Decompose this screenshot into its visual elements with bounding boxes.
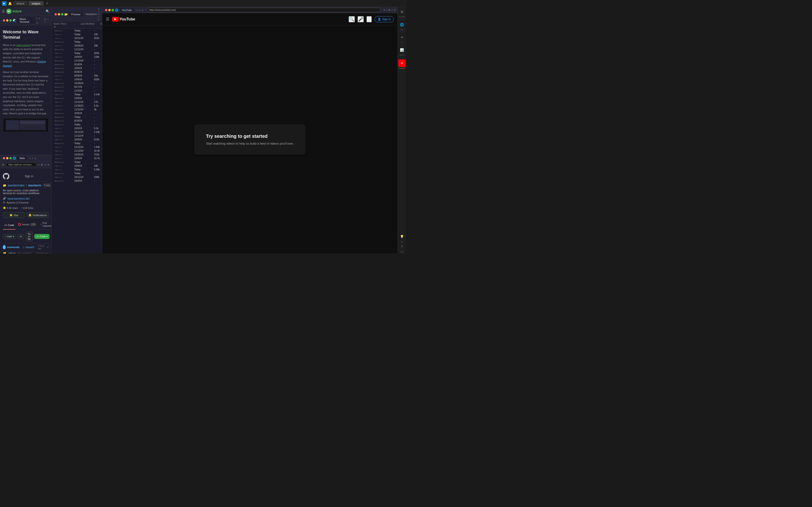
wave-home-button[interactable]: ⌂ <box>36 20 39 25</box>
file-row[interactable]: 📁frontend drwxr-xr-x Today - directory <box>52 142 102 145</box>
file-row[interactable]: 📁dist drwxr-xr-x Today - directory <box>52 115 102 119</box>
tab-default[interactable]: default <box>13 1 27 6</box>
yt-forward-button[interactable]: › <box>139 8 141 12</box>
file-row[interactable]: 📄.DS_Store -rw-r--r-- Today 10k <box>52 33 102 36</box>
github-website-link[interactable]: www.waveterm.dev <box>7 197 30 200</box>
yt-more-button[interactable]: ⋮ <box>366 16 372 22</box>
yt-mic-button[interactable]: 🎤 <box>358 16 364 22</box>
file-max-button[interactable] <box>61 13 63 15</box>
yt-url-bar[interactable]: https://www.youtube.com/ <box>147 8 380 12</box>
file-row[interactable]: 📄.editorconfig -rw-r--r-- 10/11/24 201b <box>52 36 102 40</box>
file-row[interactable]: 📁db drwxr-xr-x 10/9/24 - directory <box>52 111 102 115</box>
github-tab-prs[interactable]: ⑂ Pull requests 5 <box>39 221 51 228</box>
wave-forward-button[interactable]: › <box>39 16 40 20</box>
yt-hamburger-icon[interactable]: ☰ <box>106 17 109 21</box>
wave-getting-started-link[interactable]: Getting Started <box>3 60 46 67</box>
file-row[interactable]: 📝CONTRIBUTING.md -rw-r--r-- 11/12/24 3k … <box>52 108 102 111</box>
file-row[interactable]: 📄go.sum -rw-r--r-- 11/12/24 10.3k <box>52 149 102 153</box>
github-branch-button[interactable]: ⑂ main ▾ <box>3 234 16 239</box>
file-row[interactable]: 📁emain drwxr-xr-x 11/12/24 - directory <box>52 134 102 138</box>
github-forward-button[interactable]: › <box>32 156 33 160</box>
file-row[interactable]: 📄prettier.config.cjs -rw-r--r-- 10/11/24… <box>52 175 102 179</box>
youtube-widget-button[interactable] <box>398 59 406 67</box>
file-row[interactable]: 📄CNAME -rw-r--r-- 11/12/24 17b <box>52 100 102 104</box>
yt-tab-label[interactable]: YouTube <box>119 8 134 12</box>
file-row[interactable]: 📄eslint.config.js -rw-r--r-- 10/9/24 519… <box>52 138 102 142</box>
yt-max-button[interactable] <box>112 9 114 11</box>
sidebar-web-button[interactable]: 🌐 <box>398 21 406 29</box>
file-row[interactable]: 📁docs drwxr-xr-x Today - directory <box>52 123 102 126</box>
wave-search-icon[interactable]: 🔍 <box>46 9 50 13</box>
yt-search-button[interactable]: 🔍 <box>349 16 355 22</box>
wave-close-button[interactable] <box>3 19 5 21</box>
sidebar-help-button[interactable]: ? <box>398 243 406 250</box>
github-back-button[interactable]: ‹ <box>29 156 31 160</box>
file-close-button[interactable] <box>54 13 57 15</box>
file-row[interactable]: 📁public drwxr-xr-x 10/9/24 - directory <box>52 179 102 183</box>
tab-widgets[interactable]: widgets <box>29 1 44 6</box>
file-row[interactable]: 📁.. drwxr-x--- Today - <box>52 29 102 33</box>
github-notify-button[interactable]: 🔔 Notifications <box>27 212 49 218</box>
file-tab-label[interactable]: Preview <box>69 12 83 16</box>
github-close-button[interactable] <box>3 157 5 159</box>
file-row[interactable]: 📁dist-dev drwxr-xr-x 8/28/24 - directory <box>52 119 102 123</box>
wave-back-button[interactable]: ‹ <box>36 16 38 20</box>
file-row[interactable]: 📁node_modules drwxr-xr-x Today - directo… <box>52 160 102 164</box>
file-row[interactable]: 📄index.html -rw-r--r-- 10/26/24 722b tex… <box>52 153 102 157</box>
file-row[interactable]: 📁build drwxr-xr-x 11/4/24 - directory <box>52 89 102 93</box>
file-row[interactable]: 📁.git drwxr-xr-x Today - directory <box>52 40 102 44</box>
file-row[interactable]: 📄go.mod -rw-r--r-- 11/12/24 1.94k <box>52 145 102 149</box>
file-row[interactable]: 📝ACKNOWLEDGEMENTS.md -rw-r--r-- 10/9/24 … <box>52 78 102 81</box>
file-row[interactable]: 📄.gitattributes -rw-r--r-- 10/26/24 18b <box>52 44 102 48</box>
github-tab-code[interactable]: <> Code <box>3 221 15 230</box>
hamburger-icon[interactable]: ☰ <box>2 9 5 13</box>
file-row[interactable]: 📝CODE_OF_CONDUCT.md -rw-r--r-- 11/28/23 … <box>52 104 102 108</box>
file-row[interactable]: 📁.storybook drwxr-xr-x 11/12/24 - direct… <box>52 59 102 63</box>
file-row[interactable]: 📁.task drwxr-xr-x 9/18/24 - directory <box>52 63 102 66</box>
github-repo-link[interactable]: waveterm <box>28 184 41 187</box>
yt-home-button[interactable]: ⌂ <box>141 8 144 12</box>
github-min-button[interactable] <box>6 157 8 159</box>
yt-close-button[interactable] <box>105 9 107 11</box>
file-row[interactable]: 📄.prettierignore -rw-r--r-- 10/9/24 118b <box>52 55 102 59</box>
github-signin-button[interactable]: Sign in <box>9 173 49 179</box>
file-row[interactable]: 📄LICENSE -rw-r--r-- 10/9/24 10.7k <box>52 157 102 160</box>
github-goto-file-button[interactable]: Go to file <box>26 231 33 241</box>
file-row[interactable]: 📁cmd drwxr-xr-x 10/9/24 - directory <box>52 97 102 100</box>
file-row-github[interactable]: 📁 .github Fix copyfiles for docsi... 3 h… <box>3 251 49 253</box>
github-home-button[interactable]: ⌂ <box>34 156 37 160</box>
file-min-button[interactable] <box>58 13 60 15</box>
github-url-bar[interactable]: https://github.com/wavetermdev/waveterm <box>6 163 36 167</box>
sidebar-sysinfo-button[interactable]: 📊 <box>398 46 406 54</box>
github-tags-button[interactable]: 🏷 <box>18 234 24 239</box>
sidebar-tips-button[interactable]: 💡 <box>398 233 406 240</box>
yt-back-button[interactable]: ‹ <box>136 8 138 12</box>
wave-min-button[interactable] <box>6 19 8 21</box>
wave-tab-label[interactable]: Wave Terminal <box>17 17 35 24</box>
file-row[interactable]: 📁.yarn drwxr-xr-x 8/28/24 - directory <box>52 70 102 74</box>
yt-min-button[interactable] <box>108 9 111 11</box>
github-tab-label[interactable]: Web <box>17 156 27 160</box>
file-row[interactable]: 📄.yarnrc.yml -rw-r--r-- 8/28/24 25b <box>52 74 102 78</box>
file-row[interactable]: 📄electron-builder.config.cjs -rw-r--r-- … <box>52 126 102 130</box>
file-row[interactable]: 📁pkg drwxr-xr-x Today - directory <box>52 172 102 175</box>
file-row[interactable]: 📁.github drwxr-xr-x 11/12/24 - directory <box>52 48 102 51</box>
sidebar-ai-button[interactable]: ✦ <box>398 34 406 41</box>
github-tab-issues[interactable]: ⭕ Issues 175 <box>16 221 38 228</box>
github-owner-link[interactable]: wavetermdev <box>8 184 24 187</box>
file-row[interactable]: 📄package.json -rw-r--r-- Today 5.09k app… <box>52 168 102 172</box>
file-row[interactable]: 📄electron.vite.config.ts -rw-r--r-- 10/1… <box>52 130 102 134</box>
github-code-button[interactable]: <> Code ▾ <box>34 234 50 239</box>
file-row[interactable]: 📁assets drwxr-xr-x 10/26/24 - directory <box>52 81 102 85</box>
file-row[interactable]: 📝BUILD.md -rw-r--r-- Today 4.14k text/ma… <box>52 93 102 97</box>
file-row[interactable]: 📄.gitignore -rw-r--r-- Today 325b <box>52 51 102 55</box>
sidebar-terminal-button[interactable]: ⊞ <box>398 8 406 15</box>
file-row[interactable]: 📄NOTICE -rw-r--r-- 10/9/24 34b <box>52 164 102 168</box>
wave-opensource-link[interactable]: open-source <box>16 44 31 47</box>
github-star-button[interactable]: ⭐ Star <box>3 212 25 218</box>
file-row[interactable]: 📁bin drwxr-xr-x 9/17/24 - directory <box>52 85 102 89</box>
file-row[interactable]: 📁.vscode drwxr-xr-x 10/9/24 - directory <box>52 66 102 70</box>
github-max-button[interactable] <box>9 157 12 159</box>
add-tab-button[interactable]: + <box>45 1 49 6</box>
yt-signin-button[interactable]: 👤 Sign in <box>374 16 394 22</box>
